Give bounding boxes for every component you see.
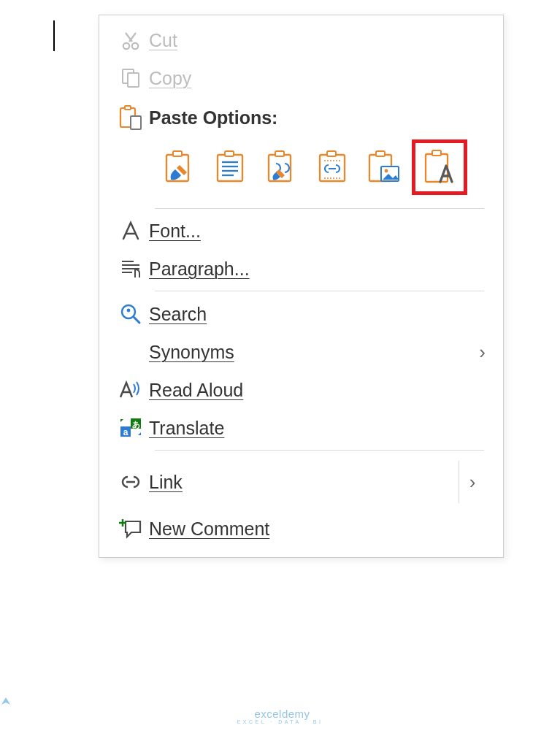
paste-keep-source-link[interactable] [310,144,356,191]
logo-icon [0,696,560,708]
watermark-tagline: EXCEL · DATA · BI [0,719,560,724]
translate-icon: a あ [112,416,149,440]
paste-use-destination-theme[interactable] [258,144,305,191]
menu-label: Read Aloud [149,380,486,401]
search-icon [112,302,149,326]
watermark: exceldemy EXCEL · DATA · BI [0,696,560,724]
menu-item-font[interactable]: Font... [99,212,503,250]
chevron-right-icon: › [479,341,486,364]
svg-point-24 [385,169,388,173]
menu-label: Font... [149,221,486,242]
clipboard-icon [112,104,149,131]
menu-label: Synonyms [149,342,479,363]
svg-point-0 [123,43,129,49]
separator [155,208,484,209]
copy-icon [112,66,149,90]
paste-options-label: Paste Options: [149,107,277,129]
menu-item-new-comment[interactable]: New Comment [99,510,503,547]
paste-merge-formatting[interactable] [207,144,254,191]
menu-label: Link [149,472,459,493]
read-aloud-icon [112,378,149,402]
font-icon [112,219,149,242]
menu-label: Search [149,304,486,325]
svg-rect-26 [432,150,441,156]
text-cursor [53,20,55,51]
scissors-icon [112,28,149,52]
paste-keep-text-only[interactable] [412,139,467,195]
paste-options-section: Paste Options: [99,97,503,205]
svg-rect-16 [275,151,284,156]
svg-rect-5 [125,106,131,110]
svg-rect-3 [128,73,139,87]
separator [155,291,484,291]
menu-item-search[interactable]: Search [99,294,503,334]
svg-text:a: a [123,427,129,437]
menu-label: New Comment [149,518,486,540]
watermark-brand: exceldemy [254,708,310,720]
svg-rect-10 [225,151,234,156]
menu-label: Cut [149,30,486,51]
context-menu: Cut Copy Paste Options: [99,15,504,558]
menu-item-translate[interactable]: a あ Translate [99,409,503,447]
menu-label: Translate [149,418,486,439]
svg-rect-22 [376,151,385,156]
svg-point-32 [127,309,131,313]
menu-item-synonyms[interactable]: Synonyms › [99,334,503,371]
menu-item-read-aloud[interactable]: Read Aloud [99,371,503,409]
paragraph-icon [112,257,149,280]
svg-line-33 [134,317,139,323]
svg-rect-18 [327,151,336,156]
menu-item-paragraph[interactable]: Paragraph... [99,250,503,288]
new-comment-icon [112,518,149,540]
chevron-right-icon[interactable]: › [459,471,486,494]
paste-options-header: Paste Options: [112,104,490,131]
menu-item-link[interactable]: Link › [99,453,503,510]
menu-item-cut: Cut [99,21,503,59]
svg-rect-6 [131,116,141,129]
paste-picture[interactable] [361,144,407,191]
svg-rect-9 [218,155,242,181]
link-icon [112,472,149,491]
svg-rect-8 [173,151,182,156]
svg-text:あ: あ [132,420,140,429]
menu-label: Paragraph... [149,259,486,280]
separator [155,450,484,451]
svg-point-1 [132,43,138,49]
paste-keep-source-formatting[interactable] [156,144,203,191]
paste-options-grid [112,131,490,201]
menu-label: Copy [149,68,486,89]
menu-item-copy: Copy [99,59,503,97]
